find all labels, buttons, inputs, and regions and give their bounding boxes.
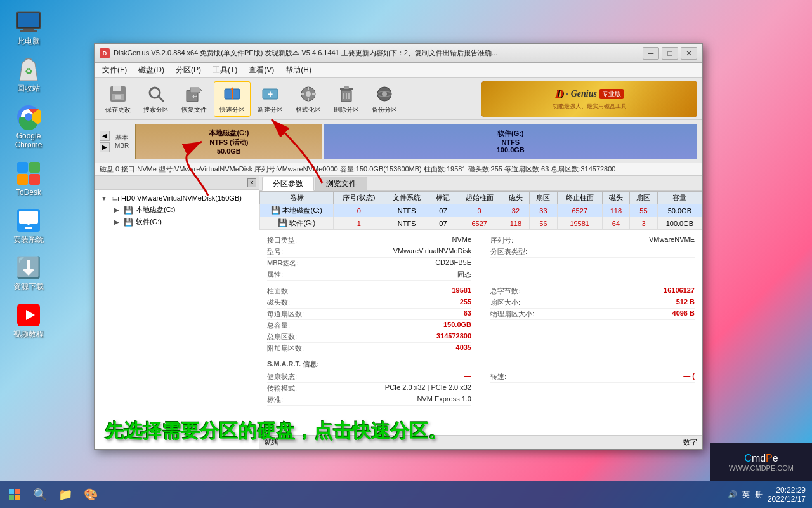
menu-file[interactable]: 文件(F) xyxy=(97,64,132,77)
nav-back-button[interactable]: ◀ xyxy=(100,131,110,141)
tab-partition-params[interactable]: 分区参数 xyxy=(262,177,314,191)
status-right: 数字 xyxy=(683,438,697,447)
clock-date: 2022/12/17 xyxy=(768,495,806,504)
cell-start-sec: 56 xyxy=(530,217,558,230)
tree-children: ▶ 💾 本地磁盘(C:) ▶ 💾 软件(G:) xyxy=(97,204,256,228)
nav-forward-button[interactable]: ▶ xyxy=(100,142,110,152)
install-system-icon[interactable]: 安装系统 xyxy=(4,204,53,246)
video-tutorial-icon[interactable]: 视频教程 xyxy=(4,299,53,341)
heads-value: 255 xyxy=(460,298,471,307)
taskbar-search-button[interactable]: 🔍 xyxy=(28,483,52,507)
c-expand-icon[interactable]: ▶ xyxy=(112,206,121,215)
svg-point-46 xyxy=(382,91,387,97)
cell-start-head: 118 xyxy=(502,217,530,230)
new-partition-button[interactable]: + 新建分区 xyxy=(252,81,289,117)
col-size: 容量 xyxy=(657,192,702,204)
taskbar-files-button[interactable]: 📁 xyxy=(53,483,77,507)
svg-rect-16 xyxy=(25,227,32,229)
tree-g-drive[interactable]: ▶ 💾 软件(G:) xyxy=(110,216,256,228)
svg-point-23 xyxy=(150,88,160,98)
svg-text:+: + xyxy=(268,89,273,99)
col-end-cyl: 终止柱面 xyxy=(557,192,602,204)
menu-disk[interactable]: 磁盘(D) xyxy=(133,64,169,77)
todesk-icon[interactable]: ToDesk xyxy=(4,157,53,199)
sectors-value: 63 xyxy=(464,309,471,319)
attr-label: 属性: xyxy=(267,270,283,279)
delete-icon xyxy=(336,84,357,104)
tree-disk0[interactable]: ▼ 🖴 HD0:VMwareVirtualNVMeDisk(150GB) xyxy=(97,192,256,204)
restore-file-button[interactable]: ↩ 恢复文件 xyxy=(176,81,213,117)
format-button[interactable]: 格式化区 xyxy=(290,81,327,117)
additional-label: 附加扇区数: xyxy=(267,344,304,353)
disk-info-bar: 磁盘 0 接口:NVMe 型号:VMwareVirtualNVMeDisk 序列… xyxy=(95,163,702,176)
cell-label: 💾 软件(G:) xyxy=(260,217,334,230)
phys-sector-label: 物理扇区大小: xyxy=(490,309,534,319)
total-sectors-value: 16106127 xyxy=(664,286,695,296)
menu-view[interactable]: 查看(V) xyxy=(244,64,279,77)
cell-end-sec: 3 xyxy=(630,217,658,230)
tab-browse-files[interactable]: 浏览文件 xyxy=(315,177,367,190)
recycle-bin-icon[interactable]: ♻ 回收站 xyxy=(4,53,53,95)
download-image: ⬇️ xyxy=(15,254,42,281)
close-button[interactable]: ✕ xyxy=(681,47,697,60)
c-drive-label: 本地磁盘(C:) xyxy=(136,205,175,215)
cell-start-cyl: 0 xyxy=(457,204,502,217)
cell-end-head: 64 xyxy=(602,217,630,230)
svg-rect-22 xyxy=(115,95,121,99)
expand-icon[interactable]: ▼ xyxy=(100,194,108,203)
svg-rect-11 xyxy=(17,174,28,185)
cmdpe-m: md xyxy=(752,453,766,464)
taskbar-lang: 英 xyxy=(742,490,750,500)
download-icon[interactable]: ⬇️ 资源下载 xyxy=(4,251,53,293)
delete-partition-button[interactable]: 删除分区 xyxy=(328,81,365,117)
cmdpe-url: WWW.CMDPE.COM xyxy=(729,464,794,472)
left-panel-close[interactable]: × xyxy=(247,178,256,187)
partition-table: 卷标 序号(状态) 文件系统 标记 起始柱面 磁头 扇区 终止柱面 磁头 扇区 … xyxy=(259,191,702,230)
tree-c-drive[interactable]: ▶ 💾 本地磁盘(C:) xyxy=(110,204,256,216)
recycle-bin-image: ♻ xyxy=(15,56,42,83)
google-chrome-icon[interactable]: GoogleChrome xyxy=(4,101,53,152)
menu-tools[interactable]: 工具(T) xyxy=(207,64,242,77)
disk-tree: ▼ 🖴 HD0:VMwareVirtualNVMeDisk(150GB) ▶ 💾… xyxy=(95,190,259,449)
cmdpe-c: C xyxy=(744,453,752,464)
smart-section: S.M.A.R.T. 信息: 健康状态: — 传输模式: PCIe 2.0 x3… xyxy=(267,359,695,406)
col-flag: 标记 xyxy=(429,192,457,204)
left-panel: × ▼ 🖴 HD0:VMwareVirtualNVMeDisk(150GB) ▶… xyxy=(95,176,259,449)
g-expand-icon[interactable]: ▶ xyxy=(112,218,121,227)
cmdpe-e: e xyxy=(773,453,778,464)
cmdpe-pe: P xyxy=(766,453,773,464)
quick-partition-label: 快速分区 xyxy=(219,105,245,114)
interface-label: 接口类型: xyxy=(267,236,297,245)
start-button[interactable] xyxy=(3,483,27,507)
taskbar-paint-button[interactable]: 🎨 xyxy=(79,483,103,507)
cell-start-sec: 33 xyxy=(530,204,558,217)
maximize-button[interactable]: □ xyxy=(662,47,678,60)
save-button[interactable]: 保存更改 xyxy=(100,81,136,117)
table-row[interactable]: 💾 软件(G:) 1 NTFS 07 6527 118 56 19581 64 … xyxy=(260,217,702,230)
format-label: 格式化区 xyxy=(296,105,321,114)
cell-size: 100.0GB xyxy=(657,217,702,230)
new-partition-label: 新建分区 xyxy=(258,105,283,114)
this-pc-icon[interactable]: 此电脑 xyxy=(4,6,53,48)
cell-end-cyl: 19581 xyxy=(557,217,602,230)
partition-c-visual[interactable]: 本地磁盘(C:) NTFS (活动) 50.0GB xyxy=(135,124,322,159)
svg-rect-2 xyxy=(23,29,34,30)
search-partition-button[interactable]: 搜索分区 xyxy=(138,81,174,117)
menu-partition[interactable]: 分区(P) xyxy=(171,64,206,77)
col-start-head: 磁头 xyxy=(502,192,530,204)
smart-title: S.M.A.R.T. 信息: xyxy=(267,359,695,369)
video-tutorial-image xyxy=(15,302,42,328)
backup-label: 备份分区 xyxy=(372,105,397,114)
quick-partition-button[interactable]: 快速分区 xyxy=(214,81,251,117)
capacity-label: 总容量: xyxy=(267,321,290,330)
minimize-button[interactable]: ─ xyxy=(643,47,659,60)
svg-marker-26 xyxy=(190,88,202,93)
recycle-bin-label: 回收站 xyxy=(17,84,40,93)
partition-g-visual[interactable]: 软件(G:) NTFS 100.0GB xyxy=(324,124,697,159)
tabs-bar: 分区参数 浏览文件 xyxy=(259,176,702,191)
svg-rect-50 xyxy=(15,489,20,494)
table-row[interactable]: 💾 本地磁盘(C:) 0 NTFS 07 0 32 33 6527 118 55… xyxy=(260,204,702,217)
restore-icon: ↩ xyxy=(184,84,204,104)
menu-help[interactable]: 帮助(H) xyxy=(280,64,317,77)
backup-partition-button[interactable]: 备份分区 xyxy=(366,81,403,117)
